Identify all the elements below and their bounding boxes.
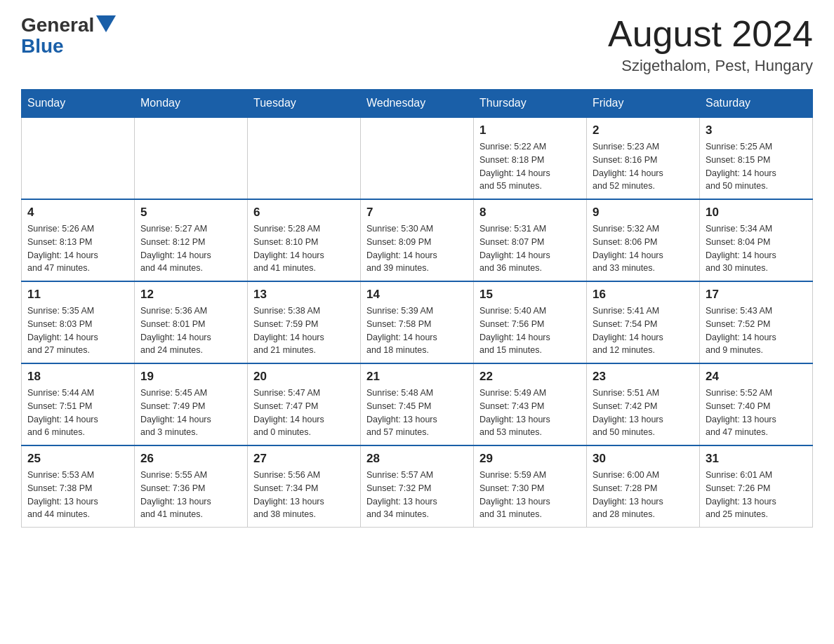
day-info: Sunrise: 5:28 AM Sunset: 8:10 PM Dayligh… [253,222,355,275]
calendar-cell: 15Sunrise: 5:40 AM Sunset: 7:56 PM Dayli… [474,281,587,363]
day-number: 7 [366,206,468,220]
calendar-cell: 2Sunrise: 5:23 AM Sunset: 8:16 PM Daylig… [587,117,700,199]
day-number: 17 [706,288,807,302]
day-info: Sunrise: 5:55 AM Sunset: 7:36 PM Dayligh… [140,469,241,521]
calendar-cell: 28Sunrise: 5:57 AM Sunset: 7:32 PM Dayli… [361,445,474,528]
day-info: Sunrise: 6:01 AM Sunset: 7:26 PM Dayligh… [706,469,807,521]
header-day-wednesday: Wednesday [361,90,474,118]
day-number: 1 [479,123,581,137]
day-number: 5 [140,206,241,220]
day-number: 15 [479,288,581,302]
day-number: 29 [479,452,581,466]
day-info: Sunrise: 5:57 AM Sunset: 7:32 PM Dayligh… [366,469,468,521]
day-number: 20 [253,370,355,384]
calendar-cell: 29Sunrise: 5:59 AM Sunset: 7:30 PM Dayli… [474,445,587,528]
day-number: 25 [27,452,128,466]
calendar-title: August 2024 [608,14,813,54]
day-info: Sunrise: 5:36 AM Sunset: 8:01 PM Dayligh… [140,304,241,357]
day-number: 26 [140,452,241,466]
day-number: 19 [140,370,241,384]
day-info: Sunrise: 5:26 AM Sunset: 8:13 PM Dayligh… [27,222,128,275]
location-text: Szigethalom, Pest, Hungary [608,57,813,75]
day-number: 16 [593,288,694,302]
day-number: 31 [706,452,807,466]
day-info: Sunrise: 5:56 AM Sunset: 7:34 PM Dayligh… [253,469,355,521]
calendar-cell: 8Sunrise: 5:31 AM Sunset: 8:07 PM Daylig… [474,199,587,281]
header-day-friday: Friday [587,90,700,118]
calendar-cell: 20Sunrise: 5:47 AM Sunset: 7:47 PM Dayli… [248,363,361,445]
day-number: 6 [253,206,355,220]
day-info: Sunrise: 5:48 AM Sunset: 7:45 PM Dayligh… [366,387,468,439]
calendar-cell: 5Sunrise: 5:27 AM Sunset: 8:12 PM Daylig… [135,199,248,281]
calendar-cell: 21Sunrise: 5:48 AM Sunset: 7:45 PM Dayli… [361,363,474,445]
calendar-cell: 26Sunrise: 5:55 AM Sunset: 7:36 PM Dayli… [135,445,248,528]
calendar-cell: 3Sunrise: 5:25 AM Sunset: 8:15 PM Daylig… [700,117,813,199]
calendar-cell [22,117,135,199]
day-number: 13 [253,288,355,302]
header-day-thursday: Thursday [474,90,587,118]
header-day-tuesday: Tuesday [248,90,361,118]
calendar-cell: 9Sunrise: 5:32 AM Sunset: 8:06 PM Daylig… [587,199,700,281]
day-info: Sunrise: 5:41 AM Sunset: 7:54 PM Dayligh… [593,304,694,357]
day-info: Sunrise: 5:43 AM Sunset: 7:52 PM Dayligh… [706,304,807,357]
calendar-cell: 14Sunrise: 5:39 AM Sunset: 7:58 PM Dayli… [361,281,474,363]
day-number: 18 [27,370,128,384]
calendar-cell: 30Sunrise: 6:00 AM Sunset: 7:28 PM Dayli… [587,445,700,528]
day-number: 12 [140,288,241,302]
calendar-cell [361,117,474,199]
day-info: Sunrise: 5:38 AM Sunset: 7:59 PM Dayligh… [253,304,355,357]
day-number: 2 [593,123,694,137]
page-header: General Blue August 2024 Szigethalom, Pe… [21,14,813,75]
day-number: 10 [706,206,807,220]
calendar-cell: 6Sunrise: 5:28 AM Sunset: 8:10 PM Daylig… [248,199,361,281]
day-info: Sunrise: 5:34 AM Sunset: 8:04 PM Dayligh… [706,222,807,275]
day-info: Sunrise: 5:44 AM Sunset: 7:51 PM Dayligh… [27,387,128,439]
calendar-cell: 18Sunrise: 5:44 AM Sunset: 7:51 PM Dayli… [22,363,135,445]
day-info: Sunrise: 5:22 AM Sunset: 8:18 PM Dayligh… [479,140,581,193]
calendar-cell: 27Sunrise: 5:56 AM Sunset: 7:34 PM Dayli… [248,445,361,528]
title-block: August 2024 Szigethalom, Pest, Hungary [608,14,813,75]
day-number: 22 [479,370,581,384]
day-number: 23 [593,370,694,384]
week-row-4: 25Sunrise: 5:53 AM Sunset: 7:38 PM Dayli… [22,445,813,528]
calendar-cell: 19Sunrise: 5:45 AM Sunset: 7:49 PM Dayli… [135,363,248,445]
calendar-cell: 10Sunrise: 5:34 AM Sunset: 8:04 PM Dayli… [700,199,813,281]
day-number: 14 [366,288,468,302]
week-row-3: 18Sunrise: 5:44 AM Sunset: 7:51 PM Dayli… [22,363,813,445]
day-info: Sunrise: 5:27 AM Sunset: 8:12 PM Dayligh… [140,222,241,275]
logo-blue-text: Blue [21,36,64,56]
logo: General Blue [21,14,116,56]
calendar-cell: 11Sunrise: 5:35 AM Sunset: 8:03 PM Dayli… [22,281,135,363]
day-number: 3 [706,123,807,137]
week-row-2: 11Sunrise: 5:35 AM Sunset: 8:03 PM Dayli… [22,281,813,363]
day-info: Sunrise: 5:51 AM Sunset: 7:42 PM Dayligh… [593,387,694,439]
calendar-cell: 16Sunrise: 5:41 AM Sunset: 7:54 PM Dayli… [587,281,700,363]
day-info: Sunrise: 5:59 AM Sunset: 7:30 PM Dayligh… [479,469,581,521]
calendar-cell: 12Sunrise: 5:36 AM Sunset: 8:01 PM Dayli… [135,281,248,363]
calendar-cell [135,117,248,199]
calendar-cell: 31Sunrise: 6:01 AM Sunset: 7:26 PM Dayli… [700,445,813,528]
day-number: 27 [253,452,355,466]
day-info: Sunrise: 5:23 AM Sunset: 8:16 PM Dayligh… [593,140,694,193]
calendar-table: SundayMondayTuesdayWednesdayThursdayFrid… [21,89,813,528]
day-info: Sunrise: 5:45 AM Sunset: 7:49 PM Dayligh… [140,387,241,439]
calendar-cell: 24Sunrise: 5:52 AM Sunset: 7:40 PM Dayli… [700,363,813,445]
header-day-saturday: Saturday [700,90,813,118]
header-day-sunday: Sunday [22,90,135,118]
day-number: 9 [593,206,694,220]
calendar-cell: 23Sunrise: 5:51 AM Sunset: 7:42 PM Dayli… [587,363,700,445]
day-number: 8 [479,206,581,220]
day-info: Sunrise: 5:47 AM Sunset: 7:47 PM Dayligh… [253,387,355,439]
day-info: Sunrise: 5:31 AM Sunset: 8:07 PM Dayligh… [479,222,581,275]
calendar-cell [248,117,361,199]
calendar-cell: 1Sunrise: 5:22 AM Sunset: 8:18 PM Daylig… [474,117,587,199]
week-row-0: 1Sunrise: 5:22 AM Sunset: 8:18 PM Daylig… [22,117,813,199]
calendar-cell: 13Sunrise: 5:38 AM Sunset: 7:59 PM Dayli… [248,281,361,363]
header-row: SundayMondayTuesdayWednesdayThursdayFrid… [22,90,813,118]
day-info: Sunrise: 6:00 AM Sunset: 7:28 PM Dayligh… [593,469,694,521]
day-number: 30 [593,452,694,466]
day-number: 24 [706,370,807,384]
day-number: 11 [27,288,128,302]
day-number: 28 [366,452,468,466]
day-info: Sunrise: 5:35 AM Sunset: 8:03 PM Dayligh… [27,304,128,357]
